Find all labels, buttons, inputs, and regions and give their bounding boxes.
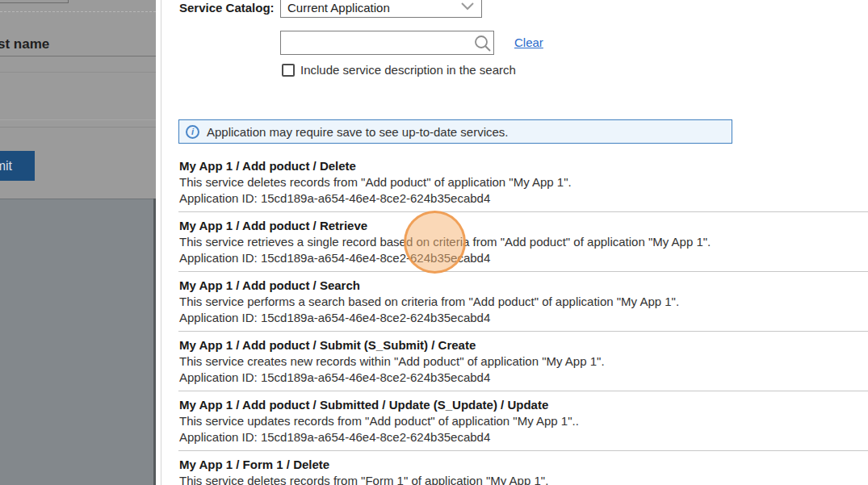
service-description: This service performs a search based on …: [179, 294, 868, 310]
info-banner-text: Application may require save to see up-t…: [207, 125, 509, 139]
service-title: My App 1 / Add poduct / Submitted / Upda…: [179, 397, 868, 413]
left-form-panel: st name Submit: [0, 0, 156, 485]
service-item[interactable]: My App 1 / Add poduct / Search This serv…: [178, 272, 868, 332]
info-banner: i Application may require save to see up…: [178, 119, 732, 144]
submit-button[interactable]: Submit: [0, 151, 35, 181]
left-top-field-outline: [0, 0, 69, 3]
service-item[interactable]: My App 1 / Add poduct / Submitted / Upda…: [178, 391, 868, 451]
service-application-id: Application ID: 15cd189a-a654-46e4-8ce2-…: [179, 370, 868, 386]
service-list: My App 1 / Add poduct / Delete This serv…: [178, 153, 868, 485]
service-description: This service creates new records within …: [179, 353, 868, 370]
chevron-down-icon: [460, 0, 475, 15]
info-icon: i: [186, 125, 199, 139]
left-panel-lower-area: [0, 199, 156, 485]
service-title: My App 1 / Add poduct / Search: [179, 278, 868, 294]
left-dashed-divider: [0, 11, 156, 12]
left-row-divider: [0, 72, 156, 73]
service-application-id: Application ID: 15cd189a-a654-46e4-8ce2-…: [179, 190, 868, 207]
search-icon[interactable]: [473, 34, 493, 56]
service-application-id: Application ID: 15cd189a-a654-46e4-8ce2-…: [179, 310, 868, 326]
service-description: This service retrieves a single record b…: [179, 234, 868, 250]
service-item[interactable]: My App 1 / Form 1 / Delete This service …: [178, 451, 868, 485]
selected-catalog-value: Current Application: [287, 0, 460, 15]
include-description-label: Include service description in the searc…: [300, 63, 516, 77]
service-search-input[interactable]: [280, 31, 494, 55]
service-description: This service deletes records from "Add p…: [179, 174, 868, 190]
clear-search-link[interactable]: Clear: [514, 36, 543, 49]
form-field-label: st name: [0, 36, 49, 52]
service-catalog-select[interactable]: Current Application: [280, 0, 482, 18]
service-item[interactable]: My App 1 / Add poduct / Retrieve This se…: [178, 212, 868, 272]
service-description: This service updates records from "Add p…: [179, 413, 868, 429]
service-application-id: Application ID: 15cd189a-a654-46e4-8ce2-…: [179, 429, 868, 445]
service-title: My App 1 / Add poduct / Retrieve: [179, 218, 868, 234]
service-catalog-label: Service Catalog:: [179, 1, 275, 15]
service-application-id: Application ID: 15cd189a-a654-46e4-8ce2-…: [179, 250, 868, 266]
service-description: This service deletes records from "Form …: [179, 473, 868, 485]
include-description-checkbox[interactable]: [282, 64, 295, 77]
service-title: My App 1 / Add poduct / Submit (S_Submit…: [179, 337, 868, 353]
left-row-divider: [0, 56, 156, 56]
panel-divider: [161, 0, 161, 485]
service-item[interactable]: My App 1 / Add poduct / Delete This serv…: [178, 153, 868, 212]
left-row-divider: [0, 119, 156, 120]
left-row-divider: [0, 127, 156, 128]
service-title: My App 1 / Form 1 / Delete: [179, 457, 868, 473]
service-title: My App 1 / Add poduct / Delete: [179, 158, 868, 174]
service-item[interactable]: My App 1 / Add poduct / Submit (S_Submit…: [178, 332, 868, 391]
